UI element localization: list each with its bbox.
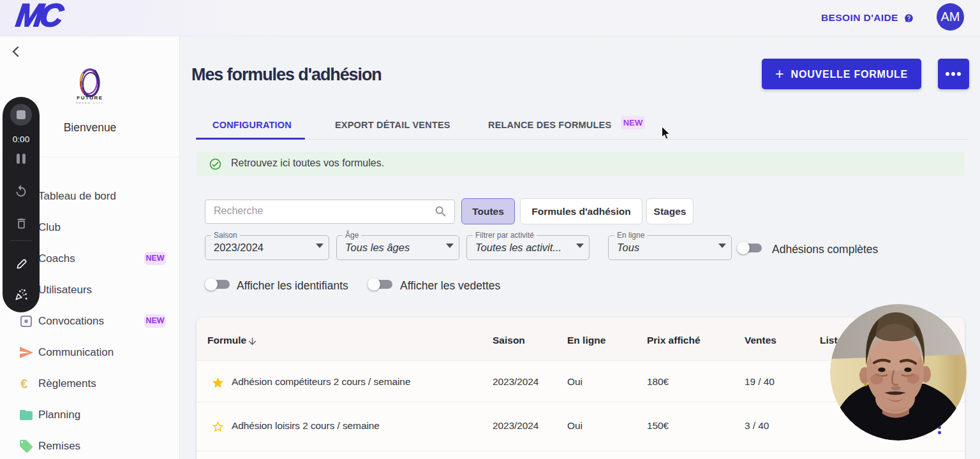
svg-text:€: € bbox=[20, 376, 28, 391]
